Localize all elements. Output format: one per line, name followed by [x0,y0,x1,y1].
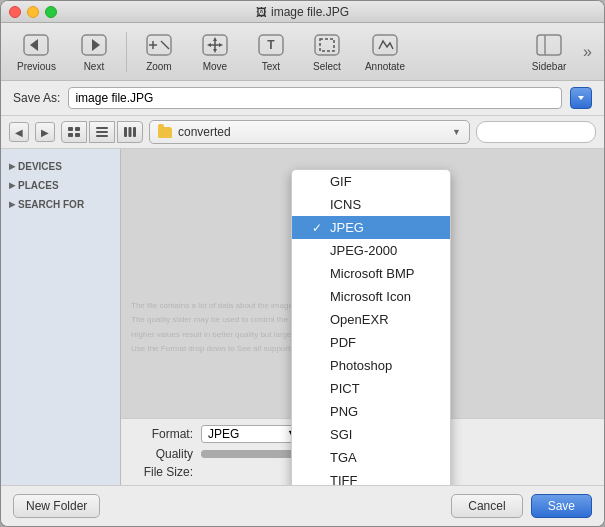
dropdown-item-icns[interactable]: ICNS [292,193,450,216]
next-icon [78,31,110,59]
dropdown-item-msft-icon[interactable]: Microsoft Icon [292,285,450,308]
sidebar: ▶ DEVICES ▶ PLACES ▶ SEARCH FOR [1,149,121,485]
svg-marker-10 [213,49,217,53]
dropdown-item-photoshop[interactable]: Photoshop [292,354,450,377]
cancel-button[interactable]: Cancel [451,494,522,518]
text-icon: T [255,31,287,59]
svg-rect-23 [68,133,73,137]
window-title: 🖼 image file.JPG [256,5,349,19]
back-arrow-button[interactable]: ◀ [9,122,29,142]
action-bar: New Folder Cancel Save [1,485,604,526]
sidebar-item-search[interactable]: ▶ SEARCH FOR [1,195,120,214]
main-window: 🖼 image file.JPG Previous Next [0,0,605,527]
toolbar: Previous Next Zoom [1,23,604,81]
navigation-bar: ◀ ▶ [1,116,604,149]
toolbar-expand-button[interactable]: » [579,39,596,65]
svg-rect-21 [68,127,73,131]
select-button[interactable]: Select [301,28,353,75]
window-controls [9,6,57,18]
search-triangle-icon: ▶ [9,200,15,209]
format-value: JPEG [208,427,239,441]
dropdown-item-tiff[interactable]: TIFF [292,469,450,485]
dropdown-item-jpeg[interactable]: ✓ JPEG [292,216,450,239]
svg-rect-16 [320,39,334,51]
search-input[interactable] [476,121,596,143]
saveas-label: Save As: [13,91,60,105]
file-content-text [121,149,604,169]
format-dropdown[interactable]: JPEG ▼ [201,425,301,443]
svg-rect-22 [75,127,80,131]
zoom-icon [143,31,175,59]
previous-button[interactable]: Previous [9,28,64,75]
annotate-button[interactable]: Annotate [357,28,413,75]
dropdown-item-pdf[interactable]: PDF [292,331,450,354]
dropdown-item-openexr[interactable]: OpenEXR [292,308,450,331]
save-button[interactable]: Save [531,494,592,518]
zoom-button[interactable]: Zoom [133,28,185,75]
toolbar-separator-1 [126,32,127,72]
svg-rect-27 [96,135,108,137]
previous-icon [20,31,52,59]
svg-marker-1 [30,39,38,51]
svg-marker-9 [213,37,217,41]
move-icon [199,31,231,59]
column-view-button[interactable] [117,121,143,143]
svg-line-7 [161,41,169,49]
dialog-buttons: Cancel Save [451,494,592,518]
quality-label: Quality [133,447,193,461]
svg-marker-20 [578,96,584,100]
svg-rect-15 [315,35,339,55]
svg-rect-18 [537,35,561,55]
file-area: Format: JPEG ▼ Quality est File Size: [121,149,604,485]
move-button[interactable]: Move [189,28,241,75]
new-folder-button[interactable]: New Folder [13,494,100,518]
dropdown-item-tga[interactable]: TGA [292,446,450,469]
svg-rect-26 [96,131,108,133]
annotate-icon [369,31,401,59]
saveas-location-button[interactable] [570,87,592,109]
titlebar: 🖼 image file.JPG [1,1,604,23]
svg-text:T: T [267,38,275,52]
svg-rect-24 [75,133,80,137]
folder-selector[interactable]: converted ▼ [149,120,470,144]
svg-rect-28 [124,127,127,137]
filename-input[interactable] [68,87,562,109]
maximize-button[interactable] [45,6,57,18]
sidebar-icon [533,31,565,59]
dropdown-item-jpeg2000[interactable]: JPEG-2000 [292,239,450,262]
svg-marker-11 [207,43,211,47]
sidebar-button[interactable]: Sidebar [523,28,575,75]
text-button[interactable]: T Text [245,28,297,75]
check-icon-jpeg: ✓ [312,221,326,235]
quality-slider-fill [201,450,297,458]
dropdown-item-msft-bmp[interactable]: Microsoft BMP [292,262,450,285]
dropdown-item-pict[interactable]: PICT [292,377,450,400]
format-label: Format: [133,427,193,441]
sidebar-item-devices[interactable]: ▶ DEVICES [1,157,120,176]
document-icon: 🖼 [256,6,267,18]
folder-icon [158,127,172,138]
svg-marker-12 [219,43,223,47]
main-content-area: ▶ DEVICES ▶ PLACES ▶ SEARCH FOR Format: [1,149,604,485]
list-view-button[interactable] [89,121,115,143]
close-button[interactable] [9,6,21,18]
next-button[interactable]: Next [68,28,120,75]
dropdown-item-gif[interactable]: GIF [292,170,450,193]
filesize-label: File Size: [133,465,193,479]
sidebar-item-places[interactable]: ▶ PLACES [1,176,120,195]
svg-rect-25 [96,127,108,129]
format-dropdown-menu: GIF ICNS ✓ JPEG JPEG-2000 Microsoft BMP [291,169,451,485]
saveas-bar: Save As: [1,81,604,116]
svg-rect-29 [129,127,132,137]
dropdown-item-sgi[interactable]: SGI [292,423,450,446]
places-triangle-icon: ▶ [9,181,15,190]
select-icon [311,31,343,59]
svg-rect-30 [133,127,136,137]
view-buttons [61,121,143,143]
forward-arrow-button[interactable]: ▶ [35,122,55,142]
folder-dropdown-icon: ▼ [452,127,461,137]
minimize-button[interactable] [27,6,39,18]
icon-view-button[interactable] [61,121,87,143]
svg-marker-3 [92,39,100,51]
dropdown-item-png[interactable]: PNG [292,400,450,423]
